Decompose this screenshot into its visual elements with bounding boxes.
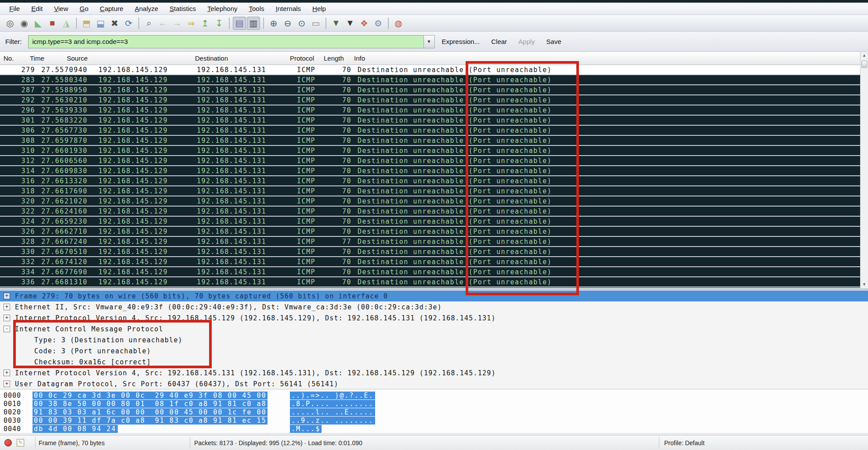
save-file-icon[interactable]: ⬓: [94, 17, 107, 30]
column-header[interactable]: No.: [4, 54, 14, 62]
capture-options-icon[interactable]: ◉: [18, 17, 31, 30]
packet-row[interactable]: 314 27.6609830 192.168.145.129 192.168.1…: [0, 166, 860, 176]
packet-row[interactable]: 328 27.6667240 192.168.145.129 192.168.1…: [0, 237, 860, 247]
detail-line[interactable]: + User Datagram Protocol, Src Port: 6043…: [0, 378, 868, 389]
scroll-up-icon[interactable]: ▲: [861, 52, 868, 59]
expert-info-icon[interactable]: [4, 439, 12, 446]
packet-row[interactable]: 283 27.5580340 192.168.145.129 192.168.1…: [0, 75, 860, 85]
coloring-rules-icon[interactable]: ❖: [358, 17, 371, 30]
hex-row[interactable]: 0030 00 00 39 11 df 7a c0 a8 91 83 c0 a8…: [0, 416, 868, 425]
zoom-out-icon[interactable]: ⊖: [281, 17, 294, 30]
scrollbar-thumb[interactable]: [861, 61, 867, 68]
packet-row[interactable]: 296 27.5639330 192.168.145.129 192.168.1…: [0, 105, 860, 116]
go-to-bottom-icon[interactable]: ↧: [213, 17, 226, 30]
detail-line[interactable]: - Internet Control Message Protocol: [0, 323, 868, 334]
zoom-100-icon[interactable]: ⊙: [295, 17, 308, 30]
close-file-icon[interactable]: ✖: [108, 17, 121, 30]
autoscroll-toggle[interactable]: ▥: [247, 17, 260, 30]
menu-item[interactable]: Tools: [243, 3, 270, 14]
menu-item[interactable]: Capture: [94, 3, 129, 14]
column-header[interactable]: Protocol: [290, 54, 314, 62]
list-interfaces-icon[interactable]: ◎: [4, 17, 17, 30]
help-icon[interactable]: ◍: [392, 17, 405, 30]
detail-line[interactable]: + Ethernet II, Src: Vmware_40:e9:3f (00:…: [0, 301, 868, 312]
detail-line[interactable]: Type: 3 (Destination unreachable): [0, 334, 868, 345]
column-header[interactable]: Info: [354, 54, 365, 62]
go-back-icon[interactable]: ←: [156, 17, 170, 30]
packet-row[interactable]: 332 27.6674120 192.168.145.129 192.168.1…: [0, 257, 860, 267]
column-header[interactable]: Source: [67, 54, 88, 62]
capture-filters-icon[interactable]: ▼: [329, 17, 343, 30]
menu-item[interactable]: File: [4, 3, 25, 14]
colorize-toggle[interactable]: ▤: [233, 17, 246, 30]
detail-line[interactable]: + Internet Protocol Version 4, Src: 192.…: [0, 312, 868, 323]
packet-row[interactable]: 306 27.6567730 192.168.145.129 192.168.1…: [0, 126, 860, 136]
menu-item[interactable]: Telephony: [202, 3, 243, 14]
preferences-icon[interactable]: ⚙: [372, 17, 385, 30]
hex-row[interactable]: 0040 db 4d 00 08 94 24 .M...$: [0, 425, 868, 433]
resize-columns-icon[interactable]: ▭: [309, 17, 322, 30]
menu-item[interactable]: View: [48, 3, 74, 14]
hex-row[interactable]: 0010 00 38 8e 50 00 00 80 01 08 1f c0 a8…: [0, 399, 868, 408]
menu-item[interactable]: Analyze: [129, 3, 164, 14]
packet-row[interactable]: 324 27.6659230 192.168.145.129 192.168.1…: [0, 217, 860, 227]
packet-list-scrollbar[interactable]: ▲ ▼: [860, 52, 868, 288]
expander-icon[interactable]: +: [4, 304, 10, 310]
expander-icon[interactable]: +: [4, 370, 10, 376]
go-to-packet-icon[interactable]: ⇒: [184, 17, 198, 30]
packet-row[interactable]: 287 27.5588950 192.168.145.129 192.168.1…: [0, 85, 860, 95]
column-header[interactable]: Length: [324, 54, 344, 62]
cell-no: 301: [0, 116, 39, 124]
cell-no: 292: [0, 96, 39, 104]
zoom-in-icon[interactable]: ⊕: [267, 17, 280, 30]
packet-row[interactable]: 320 27.6621020 192.168.145.129 192.168.1…: [0, 196, 860, 207]
packet-row[interactable]: 334 27.6677690 192.168.145.129 192.168.1…: [0, 267, 860, 277]
packet-row[interactable]: 308 27.6597870 192.168.145.129 192.168.1…: [0, 136, 860, 146]
packet-row[interactable]: 312 27.6606560 192.168.145.129 192.168.1…: [0, 156, 860, 166]
column-header[interactable]: Destination: [195, 54, 228, 62]
packet-row[interactable]: 318 27.6617690 192.168.145.129 192.168.1…: [0, 186, 860, 196]
packet-row[interactable]: 330 27.6670510 192.168.145.129 192.168.1…: [0, 247, 860, 257]
detail-line[interactable]: + Internet Protocol Version 4, Src: 192.…: [0, 367, 868, 378]
go-forward-icon[interactable]: →: [170, 17, 184, 30]
display-filters-icon[interactable]: ▼: [344, 17, 357, 30]
packet-row[interactable]: 336 27.6681310 192.168.145.129 192.168.1…: [0, 277, 860, 287]
detail-line[interactable]: Checksum: 0xa16c [correct]: [0, 356, 868, 367]
detail-line[interactable]: Code: 3 (Port unreachable): [0, 345, 868, 356]
reload-icon[interactable]: ⟳: [122, 17, 135, 30]
expander-icon[interactable]: +: [4, 293, 10, 299]
scroll-down-icon[interactable]: ▼: [861, 281, 868, 288]
packet-row[interactable]: 316 27.6613320 192.168.145.129 192.168.1…: [0, 176, 860, 186]
packet-row[interactable]: 301 27.5683220 192.168.145.129 192.168.1…: [0, 116, 860, 126]
column-header[interactable]: Time: [30, 54, 44, 62]
stop-capture-icon[interactable]: ■: [46, 17, 59, 30]
filter-history-dropdown[interactable]: ▼: [423, 35, 435, 48]
expander-icon[interactable]: -: [4, 326, 10, 332]
go-to-top-icon[interactable]: ↥: [199, 17, 212, 30]
filter-button[interactable]: Clear: [491, 38, 507, 45]
filter-button[interactable]: Apply: [518, 38, 535, 45]
menu-item[interactable]: Help: [307, 3, 332, 14]
expander-icon[interactable]: +: [4, 315, 10, 321]
packet-row[interactable]: 279 27.5570940 192.168.145.129 192.168.1…: [0, 65, 860, 75]
packet-row[interactable]: 326 27.6662710 192.168.145.129 192.168.1…: [0, 227, 860, 237]
restart-capture-icon[interactable]: ◮: [60, 17, 73, 30]
packet-row[interactable]: 322 27.6624160 192.168.145.129 192.168.1…: [0, 207, 860, 217]
packet-row[interactable]: 292 27.5630210 192.168.145.129 192.168.1…: [0, 95, 860, 105]
menu-item[interactable]: Internals: [270, 3, 307, 14]
expander-icon[interactable]: +: [4, 381, 10, 387]
find-packet-icon[interactable]: ⌕: [142, 17, 156, 30]
open-file-icon[interactable]: ⬒: [80, 17, 93, 30]
filter-input[interactable]: icmp.type==3 and icmp.code==3: [28, 35, 423, 48]
menu-item[interactable]: Statistics: [164, 3, 202, 14]
filter-button[interactable]: Save: [546, 38, 561, 45]
detail-line[interactable]: + Frame 279: 70 bytes on wire (560 bits)…: [0, 290, 868, 301]
hex-row[interactable]: 0000 00 0c 29 ca 3d 3e 00 0c 29 40 e9 3f…: [0, 391, 868, 399]
packet-row[interactable]: 310 27.6601930 192.168.145.129 192.168.1…: [0, 146, 860, 156]
start-capture-icon[interactable]: ◣: [32, 17, 45, 30]
hex-row[interactable]: 0020 91 83 03 03 a1 6c 00 00 00 00 45 00…: [0, 408, 868, 416]
filter-button[interactable]: Expression...: [442, 38, 480, 45]
menu-item[interactable]: Edit: [25, 3, 48, 14]
menu-item[interactable]: Go: [74, 3, 94, 14]
capture-comment-icon[interactable]: ✎: [17, 439, 24, 446]
